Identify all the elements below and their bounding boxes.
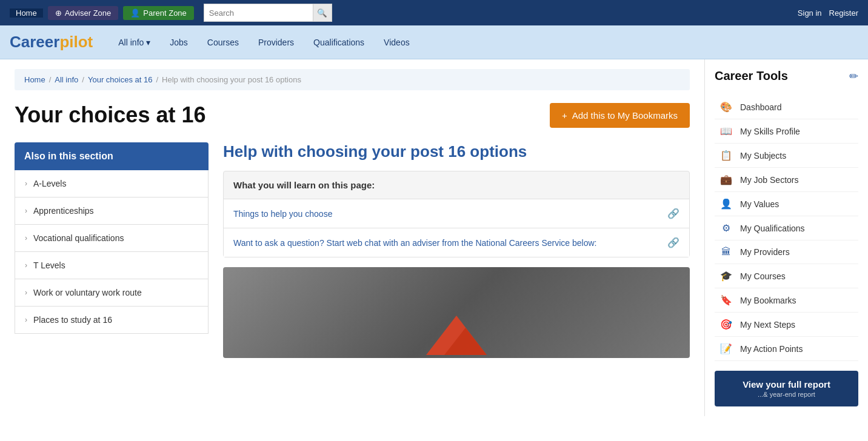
breadcrumb-allinfo[interactable]: All info [55, 75, 78, 84]
section-sidebar-header: Also in this section [15, 142, 209, 170]
breadcrumb: Home / All info / Your choices at 16 / H… [15, 69, 690, 90]
tool-label: My Values [740, 199, 779, 209]
breadcrumb-sep3: / [156, 75, 158, 84]
tool-label: My Next Steps [740, 320, 795, 330]
sidebar-item-work-route[interactable]: › Work or voluntary work route [15, 279, 208, 307]
tool-label: My Action Points [740, 344, 803, 354]
tool-label: My Courses [740, 271, 786, 281]
tool-label: My Job Sectors [740, 175, 798, 185]
tool-values[interactable]: 👤 My Values [715, 192, 858, 216]
learn-box: What you will learn on this page: Things… [223, 171, 690, 257]
search-container: 🔍 [204, 4, 332, 22]
view-report-sub-label: ...& year-end report [723, 391, 850, 398]
tool-courses[interactable]: 🎓 My Courses [715, 264, 858, 288]
bookmark-plus-icon: + [562, 110, 567, 121]
search-button[interactable]: 🔍 [313, 4, 332, 22]
sidebar-item-label: Work or voluntary work route [33, 288, 142, 297]
learn-link-1[interactable]: Things to help you choose [233, 209, 332, 219]
sidebar-item-alevels[interactable]: › A-Levels [15, 170, 208, 197]
content-row: Also in this section › A-Levels › Appren… [15, 142, 690, 358]
career-tools-sidebar: Career Tools ✏ 🎨 Dashboard 📖 My Skills P… [704, 59, 868, 416]
breadcrumb-current: Help with choosing your post 16 options [162, 75, 301, 84]
article-image [223, 267, 690, 358]
parent-zone-link[interactable]: 👤 Parent Zone [123, 6, 194, 20]
learn-box-header: What you will learn on this page: [224, 171, 689, 199]
learn-box-item-2: Want to ask a question? Start web chat w… [224, 228, 689, 257]
bookmark-button[interactable]: + Add this to My Bookmarks [550, 103, 690, 128]
sidebar-item-vocational[interactable]: › Vocational qualifications [15, 225, 208, 252]
breadcrumb-home[interactable]: Home [24, 75, 45, 84]
section-sidebar: Also in this section › A-Levels › Appren… [15, 142, 209, 358]
section-sidebar-items: › A-Levels › Apprenticeships › Vocationa… [15, 170, 209, 334]
view-report-main-label: View your full report [723, 379, 850, 390]
chevron-icon: › [25, 261, 27, 270]
logo-career: Career [10, 33, 59, 51]
tool-label: My Providers [740, 247, 790, 257]
register-link[interactable]: Register [829, 8, 858, 18]
page-title-row: Your choices at 16 + Add this to My Book… [15, 102, 690, 128]
view-report-button[interactable]: View your full report ...& year-end repo… [715, 371, 858, 406]
tool-label: My Skills Profile [740, 127, 800, 136]
chevron-icon: › [25, 316, 27, 324]
sidebar-item-apprenticeships[interactable]: › Apprenticeships [15, 197, 208, 225]
bookmarks-icon: 🔖 [719, 294, 733, 306]
tool-action-points[interactable]: 📝 My Action Points [715, 337, 858, 361]
tool-qualifications[interactable]: ⚙ My Qualifications [715, 216, 858, 240]
nav-jobs[interactable]: Jobs [161, 34, 196, 51]
main-nav-links: All info ▾ Jobs Courses Providers Qualif… [110, 34, 418, 51]
tool-providers[interactable]: 🏛 My Providers [715, 240, 858, 264]
parent-icon: 👤 [130, 8, 140, 18]
learn-box-item-1: Things to help you choose 🔗 [224, 199, 689, 228]
external-link-icon-2: 🔗 [667, 237, 679, 248]
edit-icon[interactable]: ✏ [849, 70, 858, 83]
tool-label: My Bookmarks [740, 296, 796, 305]
main-content: Home / All info / Your choices at 16 / H… [0, 59, 704, 416]
subjects-icon: 📋 [719, 150, 733, 161]
breadcrumb-sep1: / [49, 75, 52, 84]
page-wrapper: Home / All info / Your choices at 16 / H… [0, 59, 868, 416]
tool-next-steps[interactable]: 🎯 My Next Steps [715, 313, 858, 337]
breadcrumb-choices[interactable]: Your choices at 16 [88, 75, 152, 84]
sidebar-item-label: A-Levels [33, 179, 66, 188]
nav-videos[interactable]: Videos [375, 34, 418, 51]
nav-qualifications[interactable]: Qualifications [305, 34, 373, 51]
adviser-zone-link[interactable]: ⊕ Adviser Zone [48, 6, 119, 20]
nav-courses[interactable]: Courses [199, 34, 247, 51]
sidebar-item-tlevels[interactable]: › T Levels [15, 252, 208, 279]
tool-dashboard[interactable]: 🎨 Dashboard [715, 95, 858, 119]
chevron-icon: › [25, 207, 27, 215]
chevron-icon: › [25, 179, 27, 188]
adviser-icon: ⊕ [55, 8, 62, 18]
sidebar-item-label: Vocational qualifications [33, 233, 124, 243]
search-input[interactable] [204, 4, 313, 22]
logo[interactable]: Careerpilot [10, 33, 93, 51]
home-nav-link[interactable]: Home [10, 8, 43, 18]
job-sectors-icon: 💼 [719, 174, 733, 185]
tool-label: My Subjects [740, 151, 786, 161]
learn-link-2[interactable]: Want to ask a question? Start web chat w… [233, 238, 596, 248]
sidebar-item-label: Apprenticeships [33, 206, 94, 216]
nav-providers[interactable]: Providers [250, 34, 302, 51]
courses-icon: 🎓 [719, 270, 733, 282]
sidebar-item-label: Places to study at 16 [33, 315, 112, 325]
sidebar-item-label: T Levels [33, 260, 65, 270]
article-image-svg [420, 310, 493, 358]
qualifications-icon: ⚙ [719, 222, 733, 234]
nav-all-info[interactable]: All info ▾ [110, 34, 159, 51]
tool-job-sectors[interactable]: 💼 My Job Sectors [715, 168, 858, 192]
sidebar-item-places-study[interactable]: › Places to study at 16 [15, 307, 208, 333]
tool-label: My Qualifications [740, 224, 805, 233]
providers-icon: 🏛 [719, 247, 733, 257]
page-title: Your choices at 16 [15, 102, 205, 128]
chevron-icon: › [25, 288, 27, 297]
career-tools-title: Career Tools [715, 69, 788, 83]
external-link-icon: 🔗 [667, 208, 679, 219]
article-content: Help with choosing your post 16 options … [223, 142, 690, 358]
dashboard-icon: 🎨 [719, 101, 733, 113]
action-points-icon: 📝 [719, 343, 733, 354]
tool-bookmarks[interactable]: 🔖 My Bookmarks [715, 288, 858, 313]
top-bar-right: Sign in Register [798, 8, 858, 18]
signin-link[interactable]: Sign in [798, 8, 822, 18]
tool-subjects[interactable]: 📋 My Subjects [715, 144, 858, 168]
tool-skills-profile[interactable]: 📖 My Skills Profile [715, 119, 858, 144]
